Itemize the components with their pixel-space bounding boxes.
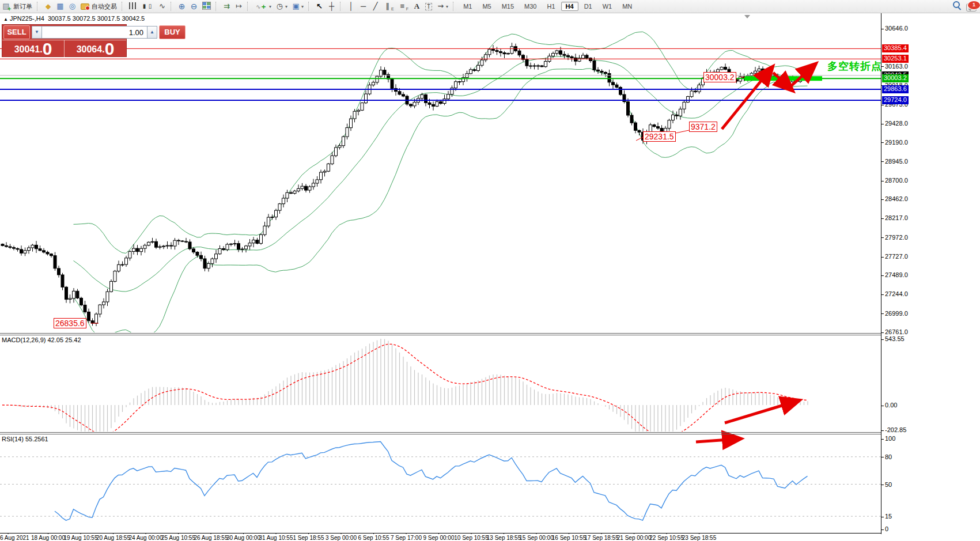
search-icon[interactable]: [953, 1, 960, 9]
chart-shift-marker[interactable]: [744, 15, 750, 21]
annotation-note[interactable]: 多空转折点: [827, 59, 882, 73]
autotrading-button[interactable]: 自动交易: [78, 0, 119, 13]
volume-input[interactable]: [42, 26, 147, 39]
bar-chart-icon[interactable]: [127, 0, 138, 13]
mt4-window: ▤＋新订单◆▦◎自动交易▮▯∿⊕⊖⇉↦∿＋▾◷▾▣▾↖┼│─╱∥E≡FAT⇝▾M…: [0, 0, 980, 541]
fibonacci-button[interactable]: ≡F: [396, 0, 411, 13]
sell-price[interactable]: 30041.0: [2, 40, 65, 57]
indicators-button[interactable]: ∿＋▾: [252, 0, 274, 13]
rsi-scale-tick: 15: [881, 513, 892, 520]
price-badge: 30253.1: [882, 55, 909, 63]
toolbar-separator: [215, 2, 219, 11]
text-button[interactable]: A: [411, 0, 423, 13]
arrows-button[interactable]: ⇝▾: [434, 0, 451, 13]
timeframe-m5[interactable]: M5: [478, 2, 495, 11]
timeframe-m1[interactable]: M1: [459, 2, 476, 11]
new-order-button-label: 新订单: [13, 2, 32, 11]
price-tick: 27727.0: [881, 253, 908, 260]
price-badge: 29863.6: [882, 85, 909, 93]
tile-windows-icon[interactable]: [200, 0, 213, 13]
text-label-button[interactable]: T: [423, 0, 434, 13]
hline-glyph: ─: [360, 2, 367, 11]
vertical-line-button[interactable]: │: [345, 0, 357, 13]
toolbar-separator: [37, 2, 40, 11]
price-tick: 29190.0: [881, 139, 908, 146]
line-chart-icon[interactable]: ∿: [156, 0, 168, 13]
zoom-out-icon[interactable]: ⊖: [188, 0, 200, 13]
toolbar-separator: [340, 2, 343, 11]
data-window-icon[interactable]: ▦: [54, 0, 66, 13]
price-tick: 27244.0: [881, 290, 908, 297]
label-glyph: T: [425, 3, 432, 10]
toolbar-separator: [122, 2, 125, 11]
timeframe-h1[interactable]: H1: [543, 2, 560, 11]
bars-glyph: [129, 2, 136, 10]
rsi-indicator: [0, 442, 881, 521]
timeframe-m30[interactable]: M30: [520, 2, 541, 11]
new-order-button[interactable]: ▤＋新订单: [0, 0, 35, 13]
signal-glyph: ◎: [69, 2, 76, 11]
price-tick: 28217.0: [881, 214, 908, 221]
price-annotation-26835.6[interactable]: 26835.6: [54, 318, 86, 328]
price-badge: 30003.2: [882, 74, 909, 82]
price-annotation-9371.2[interactable]: 9371.2: [689, 122, 717, 132]
trendline-button[interactable]: ╱: [369, 0, 381, 13]
sell-button[interactable]: SELL: [3, 25, 30, 39]
market-watch-icon[interactable]: ◆: [42, 0, 54, 13]
navigator-icon[interactable]: ◎: [66, 0, 78, 13]
macd-indicator: [2, 339, 808, 441]
volume-increase-button[interactable]: ▲: [147, 26, 157, 39]
price-axis[interactable]: 30646.030163.029918.029673.029428.029190…: [881, 13, 980, 534]
cursor-button[interactable]: ↖: [313, 0, 326, 13]
chevron-down-icon: ▾: [285, 4, 287, 9]
crosshair-button[interactable]: ┼: [326, 0, 338, 13]
time-label: 6 Aug 2021: [0, 535, 29, 541]
time-label: 23 Sep 18:55: [682, 535, 717, 541]
rsi-panel-separator[interactable]: [0, 432, 881, 433]
zoom-in-icon[interactable]: ⊕: [176, 0, 188, 13]
notifications-icon[interactable]: 1: [966, 3, 977, 12]
chart-canvas[interactable]: [0, 0, 881, 541]
time-label: 6 Sep 10:55: [358, 535, 389, 541]
time-label: 18 Aug 00:00: [31, 535, 65, 541]
text-glyph: A: [413, 2, 421, 11]
timeframe-mn[interactable]: MN: [618, 2, 637, 11]
rsi-scale-tick: 80: [881, 453, 892, 460]
symbol-period: JPN225-,H4: [10, 15, 44, 22]
vline-glyph: │: [347, 2, 355, 11]
price-annotation-30003.2[interactable]: 30003.2: [703, 72, 736, 82]
buy-price[interactable]: 30064.0: [65, 40, 126, 57]
doc-plus-glyph: ▤＋: [2, 2, 11, 11]
window-glyph: ▦: [56, 2, 64, 11]
time-label: 26 Aug 18:55: [194, 535, 228, 541]
auto-scroll-icon[interactable]: ⇉: [221, 0, 233, 13]
price-tick: 30646.0: [881, 25, 908, 32]
price-tick: 28462.0: [881, 195, 908, 202]
candlestick-chart-icon[interactable]: ▮▯: [138, 0, 156, 13]
templates-button[interactable]: ▣▾: [290, 0, 306, 13]
chevron-down-icon: ▾: [446, 4, 448, 9]
time-axis[interactable]: 6 Aug 202118 Aug 00:0019 Aug 10:5520 Aug…: [0, 534, 881, 541]
chevron-down-icon: ▾: [269, 4, 271, 9]
horizontal-line-button[interactable]: ─: [357, 0, 369, 13]
time-label: 16 Sep 10:55: [552, 535, 587, 541]
time-label: 20 Aug 18:55: [96, 535, 130, 541]
timeframe-m15[interactable]: M15: [497, 2, 519, 11]
macd-panel-separator[interactable]: [0, 333, 881, 334]
volume-decrease-button[interactable]: ▼: [32, 26, 42, 39]
equidistant-channel-button[interactable]: ∥E: [381, 0, 396, 13]
time-label: 21 Sep 00:00: [617, 535, 652, 541]
chart-shift-icon[interactable]: ↦: [233, 0, 245, 13]
periods-button[interactable]: ◷▾: [274, 0, 290, 13]
symbol-info: ▲JPN225-,H4 30037.5 30072.5 30017.5 3004…: [3, 15, 145, 22]
collapse-triangle-icon[interactable]: ▲: [3, 17, 8, 22]
timeframe-h4[interactable]: H4: [561, 2, 578, 11]
price-annotation-29231.5[interactable]: 29231.5: [643, 131, 676, 142]
grid-glyph: [202, 2, 211, 11]
candles-glyph: ▮▯: [141, 2, 154, 11]
buy-button[interactable]: BUY: [159, 25, 186, 39]
timeframe-w1[interactable]: W1: [598, 2, 617, 11]
time-axis-separator: [0, 533, 881, 534]
annotation-connectors: [91, 77, 745, 323]
timeframe-d1[interactable]: D1: [580, 2, 597, 11]
